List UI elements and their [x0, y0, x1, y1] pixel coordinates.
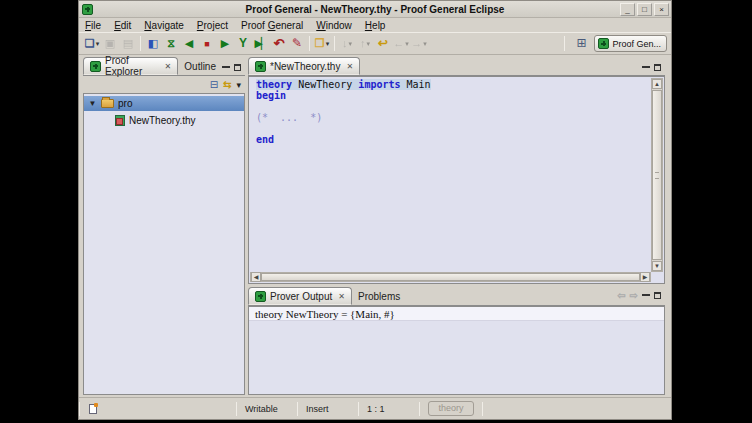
tab-problems[interactable]: Problems	[352, 287, 406, 305]
maximize-editor-icon[interactable]	[654, 64, 661, 71]
insert-mode-status: Insert	[298, 404, 358, 414]
menu-edit[interactable]: Edit	[114, 20, 131, 31]
menu-project[interactable]: Project	[197, 20, 228, 31]
close-tab-icon[interactable]: ✕	[165, 62, 172, 71]
menu-bar: FileEditNavigateProjectProof GeneralWind…	[79, 18, 671, 32]
scroll-right-icon[interactable]: ▶	[640, 272, 650, 282]
code-line[interactable]	[256, 101, 650, 112]
maximize-console-icon[interactable]	[654, 292, 661, 299]
tab-proof-explorer[interactable]: Proof Explorer ✕	[83, 57, 178, 75]
open-folder-icon	[315, 34, 325, 53]
close-prover-output-icon[interactable]: ✕	[338, 292, 345, 301]
dropdown-arrow-icon[interactable]: ▾	[423, 40, 427, 48]
code-token: imports	[358, 79, 400, 90]
code-token: NewTheory	[292, 79, 358, 90]
console-forward-icon[interactable]: ⇨	[630, 290, 638, 301]
editor-horizontal-scrollbar[interactable]: ◀ ▶	[250, 272, 651, 282]
goto-command-button[interactable]	[234, 34, 252, 53]
code-line[interactable]	[256, 123, 650, 134]
undo-all-button[interactable]	[270, 34, 288, 53]
thy-file-icon	[115, 115, 125, 126]
minimize-view-icon[interactable]	[222, 66, 230, 69]
highlight-pen-button[interactable]	[288, 34, 306, 53]
scroll-left-icon[interactable]: ◀	[251, 272, 261, 282]
prover-output-area[interactable]: theory NewTheory = {Main, #}	[248, 306, 665, 395]
active-perspective-button[interactable]: Proof Gen...	[594, 35, 667, 52]
editor-tab-label: *NewTheory.thy	[270, 61, 340, 72]
dropdown-arrow-icon[interactable]: ▾	[348, 40, 352, 48]
console-panel: Prover Output ✕ Problems ⇦ ⇨ theory NewT…	[248, 287, 665, 395]
code-line[interactable]: (* ... *)	[256, 112, 650, 123]
code-editor-area[interactable]: theory NewTheory imports Mainbegin(* ...…	[248, 76, 665, 284]
prover-output-tab-label: Prover Output	[270, 291, 332, 302]
prover-state-button[interactable]	[144, 34, 162, 53]
toolbar-separator	[564, 36, 565, 51]
code-line[interactable]: theory NewTheory imports Main	[256, 79, 650, 90]
vertical-scroll-thumb[interactable]	[652, 90, 662, 260]
minimize-editor-icon[interactable]	[642, 66, 650, 69]
close-window-button[interactable]: ×	[654, 3, 669, 16]
project-tree: ▼proNewTheory.thy	[83, 93, 245, 395]
close-editor-tab-icon[interactable]: ✕	[346, 62, 353, 71]
dropdown-arrow-icon[interactable]: ▾	[96, 40, 100, 48]
menu-window[interactable]: Window	[316, 20, 352, 31]
activate-prover-button[interactable]	[162, 34, 180, 53]
minimize-window-button[interactable]: _	[620, 3, 635, 16]
editor-tab-row: *NewTheory.thy ✕	[248, 57, 665, 76]
minimize-console-icon[interactable]	[642, 294, 650, 297]
console-back-icon[interactable]: ⇦	[617, 290, 625, 301]
problems-tab-label: Problems	[358, 291, 400, 302]
last-edit-location-button[interactable]	[374, 34, 392, 53]
view-menu-icon[interactable]	[236, 77, 241, 93]
horizontal-scroll-thumb[interactable]	[261, 273, 640, 281]
tab-prover-output[interactable]: Prover Output ✕	[248, 287, 352, 305]
console-minmax: ⇦ ⇨	[617, 290, 665, 305]
tab-outline[interactable]: Outline	[178, 57, 222, 75]
editor-minmax	[642, 64, 665, 75]
tree-item-pro[interactable]: ▼pro	[84, 96, 244, 111]
external-tools-button: ▾	[356, 34, 374, 53]
dropdown-arrow-icon[interactable]: ▾	[366, 40, 370, 48]
dropdown-arrow-icon[interactable]: ▾	[326, 40, 330, 48]
link-with-editor-icon[interactable]	[223, 77, 231, 92]
collapse-all-icon[interactable]	[210, 77, 218, 92]
open-perspective-button[interactable]	[572, 34, 590, 53]
undo-all-icon	[274, 34, 285, 54]
editor-vertical-scrollbar[interactable]: ▲ ▼	[651, 78, 663, 272]
dropdown-arrow-icon[interactable]: ▾	[405, 40, 409, 48]
proof-explorer-tab-icon	[90, 61, 101, 72]
explorer-tab-row: Proof Explorer ✕ Outline	[83, 57, 245, 76]
proof-general-perspective-icon	[598, 38, 609, 49]
code-line[interactable]: end	[256, 134, 650, 145]
back-history-icon	[393, 34, 404, 53]
status-groove	[482, 402, 483, 416]
tree-item-label: NewTheory.thy	[129, 115, 196, 126]
process-to-end-button[interactable]	[252, 34, 270, 53]
maximize-window-button[interactable]: □	[637, 3, 652, 16]
menu-navigate[interactable]: Navigate	[144, 20, 183, 31]
perspective-bar: Proof Gen...	[561, 34, 667, 53]
interrupt-prover-button[interactable]	[198, 34, 216, 53]
open-folder-button[interactable]: ▾	[313, 34, 331, 53]
menu-file[interactable]: File	[85, 20, 101, 31]
tree-item-newtheory-thy[interactable]: NewTheory.thy	[84, 113, 244, 128]
next-step-button[interactable]	[216, 34, 234, 53]
toolbar-separator	[309, 36, 310, 51]
back-history-button: ▾	[392, 34, 410, 53]
expander-open-icon[interactable]: ▼	[88, 99, 97, 108]
maximize-view-icon[interactable]	[234, 64, 241, 71]
undo-step-button[interactable]	[180, 34, 198, 53]
run-external-button: ▾	[338, 34, 356, 53]
new-wizard-button[interactable]: ▾	[83, 34, 101, 53]
scroll-down-icon[interactable]: ▼	[652, 261, 662, 271]
proof-explorer-tab-label: Proof Explorer	[105, 55, 159, 77]
scroll-up-icon[interactable]: ▲	[652, 79, 662, 89]
tab-newtheory-editor[interactable]: *NewTheory.thy ✕	[248, 57, 360, 75]
interrupt-prover-icon	[204, 34, 209, 54]
menu-help[interactable]: Help	[365, 20, 386, 31]
editor-tab-icon	[255, 61, 266, 72]
code-line[interactable]: begin	[256, 90, 650, 101]
theory-mode-button[interactable]: theory	[428, 401, 474, 416]
menu-proof-general[interactable]: Proof General	[241, 20, 303, 31]
toolbar: ▾▾▾▾▾▾ Proof Gen...	[79, 32, 671, 55]
